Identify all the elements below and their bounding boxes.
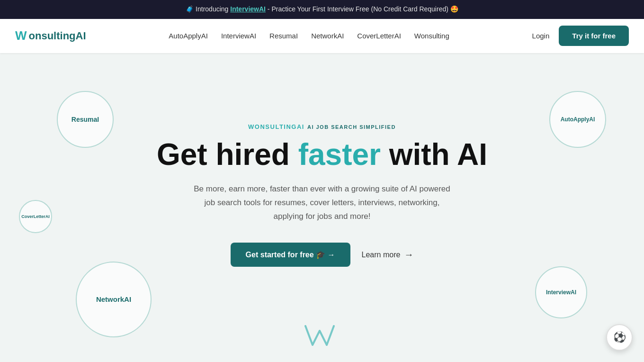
announcement-banner: 🧳 Introducing InterviewAI - Practice You…	[0, 0, 644, 19]
hero-subtitle: Be more, earn more, faster than ever wit…	[189, 182, 455, 224]
hero-title-end: with AI	[381, 137, 487, 172]
nav-interviewai[interactable]: InterviewAI	[221, 32, 256, 40]
nav-right: Login Try it for free	[532, 26, 629, 46]
autoapplyai-circle: AutoApplyAI	[549, 91, 606, 148]
nav-networkai[interactable]: NetworkAI	[311, 32, 344, 40]
hero-title-faster: faster	[298, 137, 381, 172]
hero-title: Get hired faster with AI	[157, 138, 487, 171]
resumai-circle: ResumaI	[57, 91, 114, 148]
nav-coverletterai[interactable]: CoverLetterAI	[357, 32, 401, 40]
nav-wonsulting[interactable]: Wonsulting	[414, 32, 449, 40]
networkai-circle: NetworkAI	[76, 262, 152, 337]
banner-text: 🧳 Introducing	[186, 5, 230, 13]
brand-tag-logo: WonsultingAI	[248, 123, 304, 130]
nav-links: AutoApplyAI InterviewAI ResumaI NetworkA…	[169, 32, 449, 40]
bottom-w-logo	[303, 321, 341, 347]
banner-text-after: - Practice Your First Interview Free (No…	[268, 5, 458, 13]
logo-w-letter: W	[15, 28, 27, 43]
hero-section: ResumaI AutoApplyAI CoverLetterAI Networ…	[0, 53, 644, 347]
learn-more-text: Learn more	[362, 251, 401, 259]
brand-tag-text: AI JOB SEARCH SIMPLIFIED	[307, 124, 396, 130]
logo[interactable]: W onsultingAI	[15, 28, 86, 43]
hero-brand-tag: WonsultingAI AI JOB SEARCH SIMPLIFIED	[248, 123, 396, 130]
learn-more-arrow-icon: →	[404, 249, 413, 260]
nav-resumai[interactable]: ResumaI	[269, 32, 298, 40]
login-link[interactable]: Login	[532, 32, 550, 40]
interviewai-circle: InterviewAI	[535, 266, 587, 318]
banner-link[interactable]: InterviewAI	[230, 5, 266, 13]
hero-title-start: Get hired	[157, 137, 298, 172]
navbar: W onsultingAI AutoApplyAI InterviewAI Re…	[0, 19, 644, 53]
logo-text: onsultingAI	[29, 30, 86, 42]
chat-widget-button[interactable]: ⚽	[606, 324, 633, 351]
learn-more-link[interactable]: Learn more →	[362, 249, 414, 260]
hero-actions: Get started for free 🎓 → Learn more →	[231, 243, 414, 267]
try-free-button[interactable]: Try it for free	[559, 26, 629, 46]
get-started-button[interactable]: Get started for free 🎓 →	[231, 243, 350, 267]
coverletterai-circle: CoverLetterAI	[19, 200, 52, 233]
chat-icon: ⚽	[613, 331, 626, 344]
nav-autoapplyai[interactable]: AutoApplyAI	[169, 32, 208, 40]
